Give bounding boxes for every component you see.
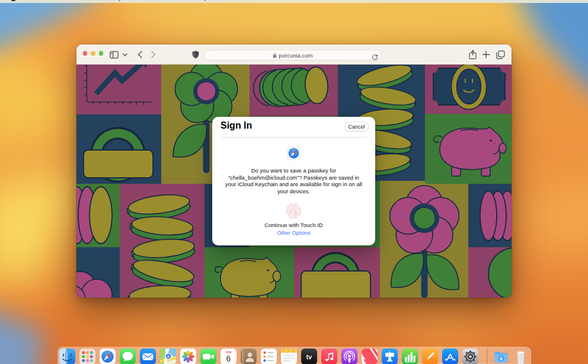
dock-music-icon[interactable]: [321, 349, 337, 364]
dock-settings-icon[interactable]: [462, 349, 478, 364]
safari-toolbar: porcunia.com: [76, 44, 512, 65]
menu-item-window[interactable]: Window: [167, 0, 188, 1]
address-bar[interactable]: porcunia.com: [204, 50, 381, 60]
dock-finder-icon[interactable]: [59, 349, 75, 364]
dialog-title: Sign In: [220, 120, 252, 131]
svg-text:6: 6: [226, 354, 231, 363]
sidebar-toggle-button[interactable]: [108, 49, 120, 60]
dock-reminders-icon[interactable]: [261, 349, 277, 364]
dock-downloads-icon[interactable]: [493, 349, 509, 364]
share-button[interactable]: [466, 49, 478, 60]
menu-item-safari[interactable]: Safari: [23, 0, 40, 1]
menu-bar-items: Safari File Edit View History Bookmarks …: [0, 0, 588, 1]
sidebar-chevron-down-icon[interactable]: [122, 49, 129, 60]
dock-facetime-icon[interactable]: [200, 349, 216, 364]
desktop: Safari File Edit View History Bookmarks …: [0, 0, 588, 364]
dock-safari-icon[interactable]: [100, 349, 116, 364]
dialog-message: Do you want to save a passkey for “chell…: [219, 167, 368, 194]
menu-clock: Mon Jun 6 9:41 AM: [522, 0, 573, 1]
window-minimize-button[interactable]: [91, 51, 95, 56]
dock-separator: [487, 348, 487, 364]
privacy-shield-icon[interactable]: [190, 49, 202, 60]
menu-item-edit[interactable]: Edit: [65, 0, 75, 1]
dock-keynote-icon[interactable]: [382, 349, 398, 364]
dock-mail-icon[interactable]: [140, 349, 156, 364]
other-options-link[interactable]: Other Options: [212, 230, 375, 236]
dock-contacts-icon[interactable]: [241, 349, 257, 364]
dock-podcasts-icon[interactable]: [341, 349, 357, 364]
touch-id-icon[interactable]: [286, 203, 302, 219]
dock-news-icon[interactable]: [362, 349, 378, 364]
continue-with-touch-id-label[interactable]: Continue with Touch ID: [212, 222, 375, 228]
back-button[interactable]: [134, 49, 146, 60]
svg-text:tv: tv: [306, 353, 312, 360]
url-text: porcunia.com: [279, 52, 312, 59]
menu-item-file[interactable]: File: [47, 0, 57, 1]
dock-tv-icon[interactable]: tv: [301, 349, 317, 364]
cancel-button[interactable]: Cancel: [345, 122, 368, 131]
dialog-divider: [220, 137, 367, 138]
dock-photos-icon[interactable]: [180, 349, 196, 364]
menu-item-help[interactable]: Help: [195, 0, 207, 1]
dock-trash-icon[interactable]: [513, 349, 529, 364]
menu-item-bookmarks[interactable]: Bookmarks: [129, 0, 159, 1]
passkey-dialog: Sign In Cancel Do you want to save a pas…: [212, 117, 375, 245]
dock: JUN 6 tv: [57, 347, 531, 364]
new-tab-button[interactable]: [480, 49, 492, 60]
window-close-button[interactable]: [83, 51, 88, 56]
reload-button[interactable]: [372, 52, 378, 63]
menu-item-history[interactable]: History: [103, 0, 122, 1]
tab-overview-button[interactable]: [494, 49, 506, 60]
forward-button[interactable]: [148, 49, 159, 60]
dock-maps-icon[interactable]: [160, 349, 176, 364]
dock-numbers-icon[interactable]: [402, 349, 418, 364]
menu-item-view[interactable]: View: [82, 0, 95, 1]
dock-messages-icon[interactable]: [120, 349, 136, 364]
lock-icon: [273, 53, 277, 58]
dock-launchpad-icon[interactable]: [79, 349, 95, 364]
dock-calendar-icon[interactable]: JUN 6: [220, 349, 237, 364]
window-zoom-button[interactable]: [99, 51, 104, 56]
dock-notes-icon[interactable]: [281, 349, 297, 364]
apple-menu-icon[interactable]: [11, 0, 15, 1]
menu-bar: Safari File Edit View History Bookmarks …: [0, 0, 588, 3]
url-display: porcunia.com: [273, 52, 312, 59]
dock-pages-icon[interactable]: [422, 349, 438, 364]
safari-app-icon: [287, 146, 301, 160]
dock-appstore-icon[interactable]: [442, 349, 458, 364]
